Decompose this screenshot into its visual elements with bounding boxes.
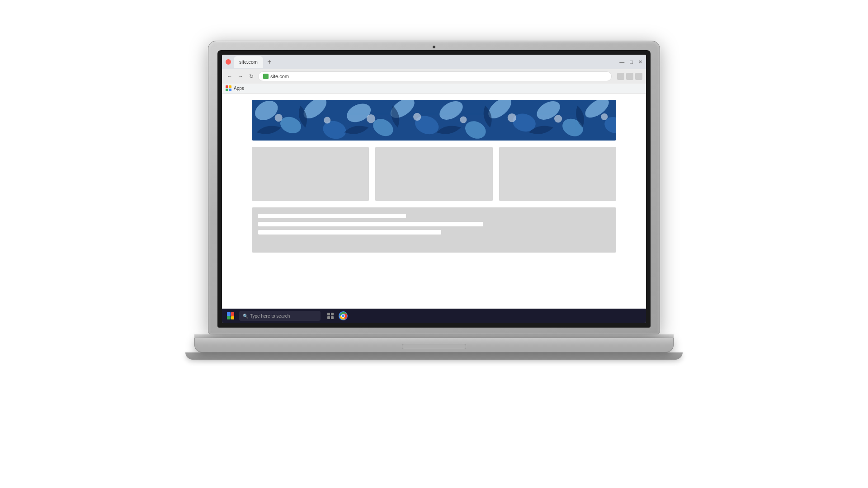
apps-icon-g xyxy=(226,89,228,91)
tab-label: site.com xyxy=(239,59,258,65)
svg-point-21 xyxy=(460,116,467,123)
content-block xyxy=(252,207,617,253)
favicon xyxy=(263,74,269,79)
task-view-button[interactable] xyxy=(325,310,336,321)
close-button[interactable]: ✕ xyxy=(638,59,642,65)
win-sq-3 xyxy=(227,316,231,320)
apps-grid-icon[interactable] xyxy=(226,85,232,92)
svg-point-17 xyxy=(274,114,282,122)
win-sq-2 xyxy=(231,312,235,316)
tab-bar: site.com + — □ ✕ xyxy=(222,55,646,69)
laptop-container: site.com + — □ ✕ ← → ↻ xyxy=(185,41,683,447)
browser-tab[interactable]: site.com xyxy=(234,56,263,68)
text-line-1 xyxy=(258,214,406,218)
webpage-content xyxy=(222,94,646,309)
taskbar-pinned-apps xyxy=(325,310,349,321)
extensions-area xyxy=(617,73,642,80)
svg-rect-25 xyxy=(327,313,330,315)
content-card-2 xyxy=(375,147,493,201)
extension-button-2[interactable] xyxy=(626,73,633,80)
svg-point-24 xyxy=(601,113,608,120)
forward-button[interactable]: → xyxy=(236,72,245,80)
camera xyxy=(433,46,435,48)
win-sq-4 xyxy=(231,316,235,320)
svg-point-23 xyxy=(554,115,562,122)
svg-rect-28 xyxy=(331,316,334,319)
add-tab-button[interactable]: + xyxy=(265,57,274,66)
window-controls: — □ ✕ xyxy=(619,59,642,65)
windows-logo-icon xyxy=(227,312,234,319)
screen: site.com + — □ ✕ ← → ↻ xyxy=(222,55,646,323)
browser-chrome: site.com + — □ ✕ ← → ↻ xyxy=(222,55,646,94)
minimize-button[interactable]: — xyxy=(619,59,624,65)
address-text: site.com xyxy=(270,74,289,79)
apps-icon-b xyxy=(229,89,231,91)
task-view-icon xyxy=(327,312,334,319)
refresh-button[interactable]: ↻ xyxy=(247,72,255,80)
svg-rect-27 xyxy=(327,316,330,319)
svg-point-19 xyxy=(366,114,375,123)
laptop-base xyxy=(194,338,674,352)
extension-button-1[interactable] xyxy=(617,73,624,80)
address-input[interactable]: site.com xyxy=(258,71,612,81)
text-line-3 xyxy=(258,230,441,235)
content-card-3 xyxy=(499,147,617,201)
svg-point-20 xyxy=(413,113,421,121)
address-bar-row: ← → ↻ site.com xyxy=(222,69,646,84)
cards-row xyxy=(222,141,646,201)
taskbar-search-icon: 🔍 xyxy=(243,314,248,319)
text-line-2 xyxy=(258,222,483,226)
keyboard-area xyxy=(194,334,674,338)
svg-point-31 xyxy=(342,314,344,317)
laptop-base-bottom xyxy=(185,352,683,360)
hero-pattern xyxy=(252,100,617,141)
bookmarks-bar: Apps xyxy=(222,84,646,94)
start-button[interactable] xyxy=(225,310,236,322)
svg-point-18 xyxy=(324,117,330,123)
apps-label: Apps xyxy=(234,86,244,91)
back-button[interactable]: ← xyxy=(226,72,234,80)
chrome-icon xyxy=(339,311,348,320)
tab-close-dot xyxy=(226,59,231,65)
taskbar-search[interactable]: 🔍 Type here to search xyxy=(239,311,321,321)
taskbar: 🔍 Type here to search xyxy=(222,309,646,323)
maximize-button[interactable]: □ xyxy=(630,59,633,65)
svg-point-22 xyxy=(507,113,516,122)
chrome-taskbar-button[interactable] xyxy=(338,310,349,321)
content-card-1 xyxy=(252,147,369,201)
hero-banner xyxy=(252,100,617,141)
taskbar-search-placeholder: Type here to search xyxy=(250,314,290,319)
svg-rect-26 xyxy=(331,313,334,315)
apps-icon-r xyxy=(226,85,228,88)
apps-icon-y xyxy=(229,85,231,88)
extension-button-3[interactable] xyxy=(635,73,642,80)
win-sq-1 xyxy=(227,312,231,316)
screen-bezel: site.com + — □ ✕ ← → ↻ xyxy=(217,50,651,328)
laptop-lid: site.com + — □ ✕ ← → ↻ xyxy=(208,41,660,334)
